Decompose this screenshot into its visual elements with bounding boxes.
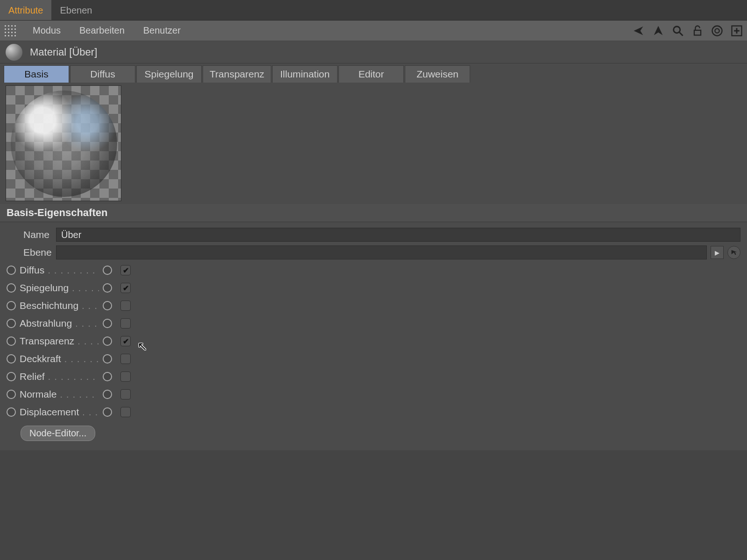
row-transparenz: Transparenz [7,332,740,350]
menu-bar: Modus Bearbeiten Benutzer [0,21,747,41]
input-name[interactable] [56,228,740,242]
menu-bearbeiten[interactable]: Bearbeiten [70,25,134,36]
label-abstrahlung: Abstrahlung [20,318,99,329]
key-toggle-abstrahlung[interactable] [103,319,112,328]
ctab-illumination[interactable]: Illumination [272,65,338,83]
anim-toggle-diffus[interactable] [7,266,16,275]
row-beschichtung: Beschichtung [7,297,740,315]
anim-toggle-spiegelung[interactable] [7,283,16,293]
row-abstrahlung: Abstrahlung [7,315,740,332]
label-displacement: Displacement [20,406,99,418]
checkbox-deckkraft[interactable] [120,354,131,364]
row-deckkraft: Deckkraft [7,350,740,368]
checkbox-normale[interactable] [120,389,131,399]
row-displacement: Displacement [7,403,740,421]
svg-point-0 [674,26,680,33]
svg-point-3 [712,26,722,35]
checkbox-transparenz[interactable] [120,336,131,346]
row-diffus: Diffus [7,261,740,279]
nav-back-icon[interactable] [632,24,645,37]
checkbox-abstrahlung[interactable] [120,318,131,329]
anim-toggle-displacement[interactable] [7,407,16,417]
material-identity: Material [Über] [0,41,747,63]
tab-ebenen[interactable]: Ebenen [51,0,100,20]
row-normale: Normale [7,385,740,403]
material-title: Material [Über] [30,46,97,58]
label-name: Name [23,229,52,240]
material-preview[interactable] [6,85,121,201]
ctab-spiegelung[interactable]: Spiegelung [136,65,202,83]
material-sphere-icon[interactable] [6,44,22,61]
search-icon[interactable] [671,24,684,37]
input-ebene[interactable] [56,245,707,259]
ctab-editor[interactable]: Editor [338,65,404,83]
anim-toggle-beschichtung[interactable] [7,301,16,310]
label-transparenz: Transparenz [20,336,99,347]
node-editor-button[interactable]: Node-Editor... [21,426,95,441]
row-name: Name [7,226,740,244]
label-beschichtung: Beschichtung [20,300,99,311]
tab-attribute[interactable]: Attribute [0,0,51,20]
label-spiegelung: Spiegelung [20,282,99,294]
lock-icon[interactable] [691,24,704,37]
preview-sphere [11,91,117,197]
menu-modus[interactable]: Modus [23,25,70,36]
svg-line-1 [680,32,683,35]
channel-tabs: Basis Diffus Spiegelung Transparenz Illu… [0,63,747,83]
label-deckkraft: Deckkraft [20,353,99,364]
grid-icon[interactable] [4,24,17,37]
menu-benutzer[interactable]: Benutzer [134,25,190,36]
row-spiegelung: Spiegelung [7,279,740,297]
anim-toggle-normale[interactable] [7,390,16,399]
svg-point-4 [715,28,719,33]
ebene-pick-icon[interactable] [727,246,740,259]
label-normale: Normale [20,389,99,400]
ctab-zuweisen[interactable]: Zuweisen [405,65,470,83]
label-diffus: Diffus [20,265,99,276]
key-toggle-displacement[interactable] [103,407,112,417]
svg-rect-2 [694,30,701,35]
ctab-diffus[interactable]: Diffus [70,65,135,83]
target-icon[interactable] [711,24,724,37]
anim-toggle-transparenz[interactable] [7,336,16,346]
checkbox-relief[interactable] [120,371,131,382]
checkbox-beschichtung[interactable] [120,301,131,311]
basis-props: Name Ebene ▸ DiffusSpiegelungBeschichtun… [0,222,747,450]
checkbox-spiegelung[interactable] [120,283,131,293]
anim-toggle-abstrahlung[interactable] [7,319,16,328]
ebene-expand-icon[interactable]: ▸ [711,246,724,259]
label-ebene: Ebene [23,247,52,258]
key-toggle-transparenz[interactable] [103,336,112,346]
nav-up-icon[interactable] [652,24,665,37]
add-panel-icon[interactable] [730,24,743,37]
preview-area [0,83,747,204]
ctab-basis[interactable]: Basis [4,65,69,83]
checkbox-displacement[interactable] [120,407,131,417]
panel-tabs: Attribute Ebenen [0,0,747,21]
key-toggle-diffus[interactable] [103,266,112,275]
key-toggle-normale[interactable] [103,390,112,399]
label-relief: Relief [20,371,99,382]
key-toggle-deckkraft[interactable] [103,354,112,364]
section-head: Basis-Eigenschaften [0,204,747,222]
anim-toggle-relief[interactable] [7,372,16,381]
row-relief: Relief [7,368,740,385]
checkbox-diffus[interactable] [120,265,131,275]
row-ebene: Ebene ▸ [7,244,740,261]
anim-toggle-deckkraft[interactable] [7,354,16,364]
key-toggle-beschichtung[interactable] [103,301,112,310]
key-toggle-spiegelung[interactable] [103,283,112,293]
ctab-transparenz[interactable]: Transparenz [203,65,271,83]
key-toggle-relief[interactable] [103,372,112,381]
